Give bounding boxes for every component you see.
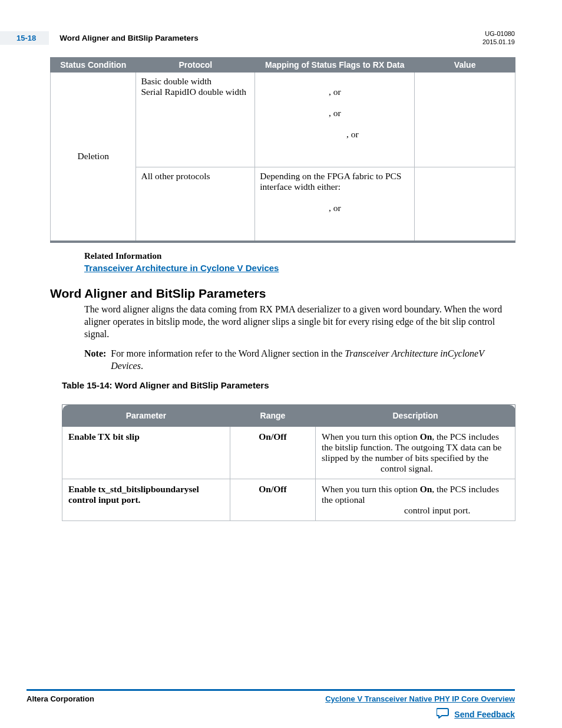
doc-date: 2015.01.19 (482, 38, 515, 46)
protocol-line2: Serial RapidIO double width (141, 87, 246, 97)
table-header-row: Parameter Range Description (62, 405, 515, 427)
footer-right-link[interactable]: Cyclone V Transceiver Native PHY IP Core… (325, 694, 515, 703)
feedback-icon (437, 707, 454, 721)
cell-description: When you turn this option On, the PCS in… (316, 479, 515, 521)
mapping-sep: , or (260, 203, 409, 213)
doc-id: UG-01080 (482, 29, 515, 38)
cell-protocol: Basic double width Serial RapidIO double… (136, 72, 255, 167)
section-heading: Word Aligner and BitSlip Parameters (50, 286, 515, 301)
page-footer: Altera Corporation Cyclone V Transceiver… (27, 689, 515, 703)
cell-value (415, 167, 515, 242)
send-feedback-link[interactable]: Send Feedback (437, 707, 515, 721)
table-title: Table 15-14: Word Aligner and BitSlip Pa… (62, 380, 515, 390)
parameters-table: Parameter Range Description Enable TX bi… (62, 404, 515, 521)
desc-tail: control input port. (322, 505, 509, 516)
table-row: Deletion Basic double width Serial Rapid… (51, 72, 515, 167)
footer-left: Altera Corporation (27, 694, 94, 703)
feedback-label: Send Feedback (454, 710, 515, 719)
desc-text: When you turn this option (322, 484, 420, 494)
table-header-row: Status Condition Protocol Mapping of Sta… (51, 57, 515, 72)
cell-range: On/Off (230, 479, 316, 521)
status-flags-table: Status Condition Protocol Mapping of Sta… (50, 57, 515, 243)
col-description: Description (316, 405, 515, 427)
desc-bold: On (420, 431, 432, 442)
page-header: 15-18 Word Aligner and BitSlip Parameter… (27, 29, 515, 47)
page: 15-18 Word Aligner and BitSlip Parameter… (0, 0, 562, 728)
related-info-heading: Related Information (84, 251, 515, 261)
note-text-suffix: . (141, 361, 143, 371)
col-range: Range (230, 405, 316, 427)
cell-mapping: Depending on the FPGA fabric to PCS inte… (255, 167, 415, 242)
note: Note: For more information refer to the … (84, 347, 515, 372)
table-row: Enable tx_std_bitslipboundarysel control… (62, 479, 515, 521)
doc-id-block: UG-01080 2015.01.19 (482, 29, 515, 47)
table-row: Enable TX bit slip On/Off When you turn … (62, 427, 515, 479)
mapping-sep: , or (260, 108, 409, 118)
col-value: Value (415, 57, 515, 72)
desc-tail: control signal. (322, 463, 509, 474)
col-mapping: Mapping of Status Flags to RX Data (255, 57, 415, 72)
col-status-condition: Status Condition (51, 57, 136, 72)
desc-text: When you turn this option (322, 431, 420, 442)
page-header-title: Word Aligner and BitSlip Parameters (59, 34, 482, 42)
note-label: Note: (84, 347, 111, 372)
cell-protocol: All other protocols (136, 167, 255, 242)
mapping-sep: , or (260, 129, 409, 140)
cell-range: On/Off (230, 427, 316, 479)
col-protocol: Protocol (136, 57, 255, 72)
desc-bold: On (420, 484, 432, 494)
note-text-prefix: For more information refer to the Word A… (111, 348, 345, 358)
cell-mapping: , or , or , or (255, 72, 415, 167)
section-paragraph: The word aligner aligns the data coming … (84, 303, 515, 340)
related-information: Related Information Transceiver Architec… (84, 251, 515, 274)
protocol-line1: Basic double width (141, 76, 211, 86)
mapping-sep: , or (260, 87, 409, 97)
col-parameter: Parameter (62, 405, 230, 427)
related-link[interactable]: Transceiver Architecture in Cyclone V De… (84, 263, 279, 273)
cell-status-condition: Deletion (51, 72, 136, 242)
page-number: 15-18 (0, 31, 49, 45)
note-text: For more information refer to the Word A… (111, 347, 515, 372)
cell-description: When you turn this option On, the PCS in… (316, 427, 515, 479)
mapping-text: Depending on the FPGA fabric to PCS inte… (260, 171, 401, 192)
cell-value (415, 72, 515, 167)
cell-parameter: Enable tx_std_bitslipboundarysel control… (62, 479, 230, 521)
cell-parameter: Enable TX bit slip (62, 427, 230, 479)
